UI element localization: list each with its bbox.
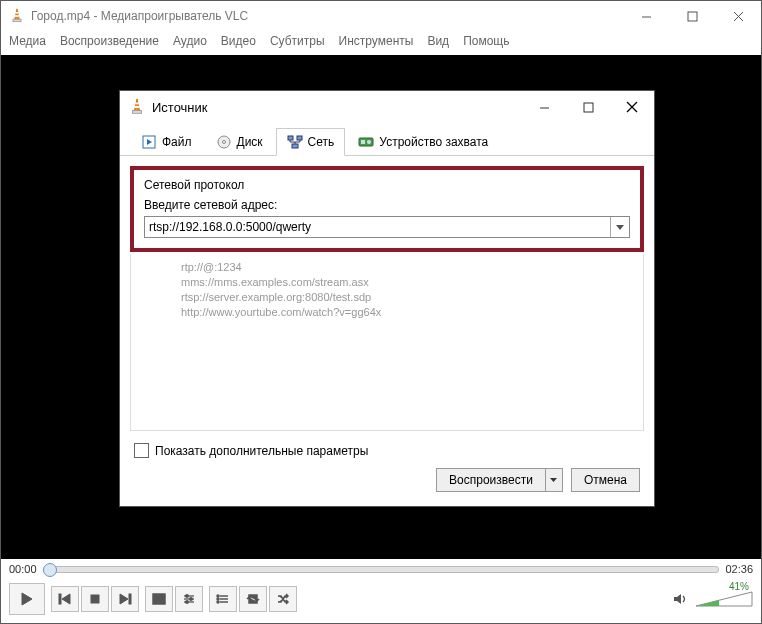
menubar: Медиа Воспроизведение Аудио Видео Субтит… [1, 31, 761, 55]
menu-media[interactable]: Медиа [9, 34, 46, 48]
play-split-button: Воспроизвести [436, 468, 563, 492]
url-input[interactable] [145, 217, 610, 237]
shuffle-button[interactable] [269, 586, 297, 612]
disc-icon [216, 134, 232, 150]
svg-point-37 [217, 598, 219, 600]
svg-rect-24 [91, 595, 99, 603]
next-button[interactable] [111, 586, 139, 612]
dialog-minimize-button[interactable] [522, 91, 566, 123]
show-more-row: Показать дополнительные параметры [134, 443, 640, 458]
svg-point-30 [186, 595, 189, 598]
open-media-dialog: Источник Файл Диск Сеть [119, 90, 655, 507]
network-icon [287, 134, 303, 150]
show-more-checkbox[interactable] [134, 443, 149, 458]
url-examples: rtp://@:1234 mms://mms.examples.com/stre… [130, 254, 644, 431]
titlebar: Город.mp4 - Медиапроигрыватель VLC [1, 1, 761, 31]
svg-rect-2 [15, 15, 19, 17]
svg-rect-21 [361, 140, 365, 144]
menu-view[interactable]: Вид [427, 34, 449, 48]
file-icon [141, 134, 157, 150]
svg-rect-26 [153, 594, 165, 604]
extended-settings-button[interactable] [175, 586, 203, 612]
show-more-label: Показать дополнительные параметры [155, 444, 368, 458]
minimize-button[interactable] [623, 1, 669, 31]
dialog-maximize-button[interactable] [566, 91, 610, 123]
menu-playback[interactable]: Воспроизведение [60, 34, 159, 48]
video-area: Источник Файл Диск Сеть [1, 55, 761, 559]
play-dropdown-button[interactable] [546, 468, 563, 492]
tab-disc[interactable]: Диск [205, 128, 274, 156]
url-dropdown-button[interactable] [610, 217, 629, 237]
svg-rect-0 [13, 19, 21, 21]
loop-button[interactable] [239, 586, 267, 612]
volume-control: 41% [673, 590, 753, 608]
example-line: http://www.yourtube.com/watch?v=gg64x [181, 305, 631, 320]
svg-point-38 [217, 601, 219, 603]
svg-rect-17 [288, 136, 293, 140]
tab-label: Диск [237, 135, 263, 149]
example-line: rtp://@:1234 [181, 260, 631, 275]
svg-rect-8 [135, 103, 139, 105]
tab-label: Файл [162, 135, 192, 149]
stop-button[interactable] [81, 586, 109, 612]
svg-rect-7 [133, 111, 142, 114]
tab-strip: Файл Диск Сеть Устройство захвата [120, 123, 654, 156]
menu-tools[interactable]: Инструменты [339, 34, 414, 48]
dialog-titlebar: Источник [120, 91, 654, 123]
url-prompt: Введите сетевой адрес: [144, 198, 630, 212]
tab-file[interactable]: Файл [130, 128, 203, 156]
vlc-icon [9, 8, 25, 24]
volume-slider[interactable]: 41% [695, 590, 753, 608]
time-bar: 00:00 02:36 [1, 559, 761, 579]
close-button[interactable] [715, 1, 761, 31]
maximize-button[interactable] [669, 1, 715, 31]
url-combo [144, 216, 630, 238]
seek-slider[interactable] [43, 564, 720, 574]
svg-rect-23 [59, 594, 61, 604]
elapsed-time: 00:00 [9, 563, 37, 575]
cancel-button[interactable]: Отмена [571, 468, 640, 492]
menu-audio[interactable]: Аудио [173, 34, 207, 48]
menu-subtitles[interactable]: Субтитры [270, 34, 325, 48]
svg-point-16 [222, 141, 225, 144]
example-line: rtsp://server.example.org:8080/test.sdp [181, 290, 631, 305]
svg-point-22 [367, 140, 371, 144]
svg-rect-1 [15, 12, 18, 14]
network-protocol-group: Сетевой протокол Введите сетевой адрес: [130, 166, 644, 252]
seek-knob[interactable] [43, 563, 57, 577]
svg-rect-25 [129, 594, 131, 604]
capture-icon [358, 134, 374, 150]
prev-button[interactable] [51, 586, 79, 612]
tab-network[interactable]: Сеть [276, 128, 346, 156]
dialog-bottom: Показать дополнительные параметры Воспро… [120, 431, 654, 506]
svg-point-31 [190, 598, 193, 601]
tab-capture[interactable]: Устройство захвата [347, 128, 499, 156]
window-controls [623, 1, 761, 31]
fullscreen-button[interactable] [145, 586, 173, 612]
group-label: Сетевой протокол [144, 178, 630, 192]
total-time: 02:36 [725, 563, 753, 575]
play-button[interactable]: Воспроизвести [436, 468, 546, 492]
menu-help[interactable]: Помощь [463, 34, 509, 48]
svg-rect-19 [292, 144, 298, 148]
svg-rect-4 [688, 12, 697, 21]
playlist-button[interactable] [209, 586, 237, 612]
tab-label: Сеть [308, 135, 335, 149]
speaker-icon[interactable] [673, 592, 689, 606]
tab-label: Устройство захвата [379, 135, 488, 149]
svg-rect-11 [584, 103, 593, 112]
svg-rect-9 [135, 106, 140, 108]
svg-point-36 [217, 595, 219, 597]
dialog-close-button[interactable] [610, 91, 654, 123]
svg-rect-18 [297, 136, 302, 140]
example-line: mms://mms.examples.com/stream.asx [181, 275, 631, 290]
main-window: Город.mp4 - Медиапроигрыватель VLC Медиа… [0, 0, 762, 624]
window-title: Город.mp4 - Медиапроигрыватель VLC [31, 9, 248, 23]
svg-point-32 [186, 601, 189, 604]
play-pause-button[interactable] [9, 583, 45, 615]
vlc-icon [128, 98, 146, 116]
player-controls: 41% [1, 579, 761, 623]
menu-video[interactable]: Видео [221, 34, 256, 48]
dialog-title: Источник [152, 100, 208, 115]
